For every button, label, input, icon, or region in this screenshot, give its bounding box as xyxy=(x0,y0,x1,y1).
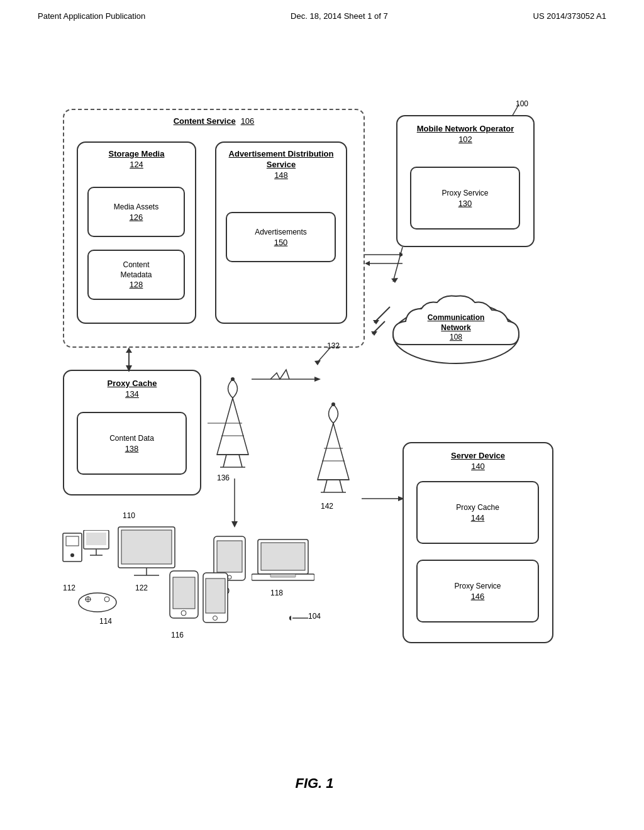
svg-line-37 xyxy=(324,480,327,492)
proxy-service-146-num: 146 xyxy=(454,591,501,600)
server-device-box: Server Device 140 Proxy Cache 144 Proxy … xyxy=(402,442,553,643)
svg-rect-57 xyxy=(173,577,195,609)
svg-rect-60 xyxy=(217,541,242,572)
svg-line-27 xyxy=(223,455,226,467)
svg-rect-48 xyxy=(86,533,106,545)
server-device-label: Server Device xyxy=(451,451,505,462)
content-data-box: Content Data 138 xyxy=(77,412,187,475)
proxy-cache-134-label: Proxy Cache xyxy=(108,379,157,389)
proxy-cache-134-box: Proxy Cache 134 Content Data 138 xyxy=(63,370,201,495)
ref-122-label: 122 xyxy=(135,584,148,592)
proxy-service-146-box: Proxy Service 146 xyxy=(416,560,539,622)
storage-media-num: 124 xyxy=(109,160,165,169)
arrow-tower142-server xyxy=(362,486,406,511)
svg-marker-33 xyxy=(318,423,349,480)
svg-rect-67 xyxy=(121,530,172,564)
svg-marker-17 xyxy=(371,331,377,336)
content-metadata-box: Content Metadata 128 xyxy=(87,250,185,300)
svg-point-32 xyxy=(331,402,335,406)
ref-116-label: 116 xyxy=(171,631,184,639)
tower-142-num: 142 xyxy=(321,502,333,511)
advertisements-num: 150 xyxy=(255,237,307,246)
content-metadata-num: 128 xyxy=(113,280,160,289)
media-assets-box: Media Assets 126 xyxy=(87,187,185,237)
proxy-cache-134-num: 134 xyxy=(108,389,157,399)
storage-media-box: Storage Media 124 Media Assets 126 Conte… xyxy=(77,141,196,324)
svg-rect-65 xyxy=(270,574,296,577)
ad-dist-label: Advertisement Distribution Service xyxy=(225,149,338,170)
ad-dist-box: Advertisement Distribution Service 148 A… xyxy=(215,141,347,324)
content-service-num: 106 xyxy=(241,116,255,126)
communication-network-label: Communication Network xyxy=(420,313,492,333)
arrow-tower136-devices xyxy=(228,479,247,529)
proxy-service-130-label: Proxy Service xyxy=(441,189,488,199)
proxy-cache-144-label: Proxy Cache xyxy=(456,503,499,513)
mobile-network-box: Mobile Network Operator 102 Proxy Servic… xyxy=(396,115,535,247)
svg-line-18 xyxy=(393,247,402,282)
tower-comm-arrows xyxy=(252,367,327,417)
proxy-service-130-box: Proxy Service 130 xyxy=(410,167,520,230)
storage-media-label: Storage Media xyxy=(109,149,165,160)
diagram-area: 100 Content Service 106 Storage Media 12… xyxy=(0,33,644,800)
svg-point-51 xyxy=(79,593,116,612)
svg-marker-41 xyxy=(314,377,321,382)
svg-marker-78 xyxy=(126,348,132,353)
proxy-service-146-label: Proxy Service xyxy=(454,582,501,592)
header-left: Patent Application Publication xyxy=(38,11,145,21)
svg-marker-31 xyxy=(314,360,321,365)
ref-110-label: 110 xyxy=(123,511,135,520)
content-data-num: 138 xyxy=(109,443,154,453)
device-gamepad xyxy=(75,587,119,618)
content-data-label: Content Data xyxy=(109,434,154,444)
content-service-label: Content Service xyxy=(174,116,236,127)
mobile-network-num: 102 xyxy=(406,135,525,144)
svg-rect-63 xyxy=(261,543,305,570)
device-smartphone2 xyxy=(201,571,230,624)
ad-dist-num: 148 xyxy=(225,170,338,180)
proxy-service-130-num: 130 xyxy=(441,198,488,208)
svg-rect-71 xyxy=(206,578,225,613)
arrow-pc134-cs xyxy=(123,348,142,373)
ref-114-label: 114 xyxy=(99,617,112,626)
device-monitor xyxy=(115,524,178,580)
device-laptop xyxy=(252,536,314,587)
advertisements-box: Advertisements 150 xyxy=(226,212,336,262)
svg-marker-76 xyxy=(231,521,238,528)
svg-line-28 xyxy=(239,455,242,467)
svg-point-22 xyxy=(231,377,235,381)
proxy-cache-144-num: 144 xyxy=(456,512,499,522)
advertisements-label: Advertisements xyxy=(255,228,307,238)
content-service-box: Content Service 106 Storage Media 124 Me… xyxy=(63,109,365,348)
device-pc xyxy=(60,530,110,580)
media-assets-label: Media Assets xyxy=(114,202,158,213)
fig-caption: FIG. 1 xyxy=(252,775,377,792)
arrow-104 xyxy=(289,612,311,631)
arrow-mn-comm xyxy=(390,244,415,288)
content-metadata-label: Content Metadata xyxy=(113,260,160,280)
svg-marker-5 xyxy=(365,261,370,266)
ref-112-label: 112 xyxy=(63,584,75,592)
patent-header: Patent Application Publication Dec. 18, … xyxy=(0,0,644,27)
server-device-num: 140 xyxy=(451,462,505,471)
header-right: US 2014/373052 A1 xyxy=(533,11,606,21)
svg-marker-19 xyxy=(391,278,398,283)
communication-network-num: 108 xyxy=(420,333,492,341)
header-middle: Dec. 18, 2014 Sheet 1 of 7 xyxy=(291,11,388,21)
communication-network-cloud: Communication Network 108 xyxy=(384,285,528,373)
proxy-cache-144-box: Proxy Cache 144 xyxy=(416,481,539,544)
ref-118-label: 118 xyxy=(270,589,283,597)
arrow-comm-left xyxy=(371,304,393,341)
media-assets-num: 126 xyxy=(114,212,158,221)
tower-136 xyxy=(208,373,258,473)
mobile-network-label: Mobile Network Operator xyxy=(406,124,525,135)
svg-line-38 xyxy=(340,480,343,492)
svg-marker-15 xyxy=(373,320,379,324)
arrow-132 xyxy=(311,345,333,370)
svg-marker-74 xyxy=(289,616,291,621)
svg-marker-23 xyxy=(217,398,248,455)
svg-point-46 xyxy=(70,553,74,557)
